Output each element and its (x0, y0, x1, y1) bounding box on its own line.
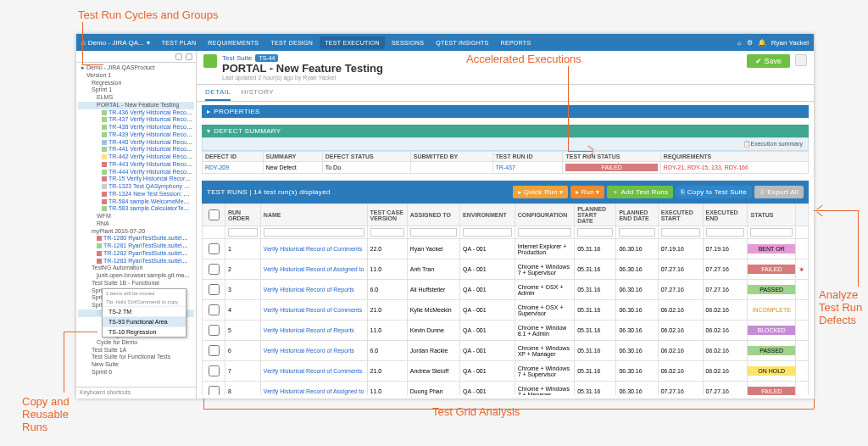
filter-input[interactable] (661, 228, 700, 237)
bell-icon[interactable]: 🔔 (758, 39, 766, 47)
tree-item[interactable]: Test Suite 1B - Functional (78, 280, 194, 287)
tab-history[interactable]: HISTORY (241, 85, 274, 101)
tree-item[interactable]: TR-1323 Test QASymphony Request D (78, 183, 194, 191)
properties-header[interactable]: ▸ PROPERTIES (202, 105, 809, 118)
filter-input[interactable] (577, 228, 613, 237)
tree-item[interactable]: TR-1324 New Test Session: QASymph (78, 191, 194, 198)
filter-input[interactable] (750, 228, 792, 237)
grid-col[interactable]: EXECUTED START (658, 204, 703, 226)
run-button[interactable]: ▸ Run ▾ (570, 186, 604, 198)
filter-input[interactable] (370, 228, 404, 237)
grid-col[interactable]: RUN ORDER (225, 204, 261, 226)
nav-test-plan[interactable]: TEST PLAN (157, 36, 202, 49)
tree-item[interactable]: Test Suite 1A (78, 347, 194, 354)
grid-col[interactable]: PLANNED START DATE (575, 204, 616, 226)
tree-item[interactable]: TR-444 Verify Historical Record of Re (78, 169, 194, 176)
tree-item[interactable]: Regression (78, 80, 194, 87)
tree-item[interactable]: RNA (78, 220, 194, 228)
row-check[interactable] (209, 365, 220, 376)
grid-row[interactable]: 3Verify Historical Record of Reports6.0A… (203, 280, 809, 300)
popup-item[interactable]: TS-93 Functional Area (103, 316, 186, 326)
refresh-icon[interactable] (186, 53, 192, 60)
export-button[interactable]: ⇩ Export All (754, 186, 804, 198)
defect-summary-header[interactable]: ▾ DEFECT SUMMARY (202, 125, 809, 137)
tree-item[interactable]: TR-583 sample.CalculatorTestSucces (78, 205, 194, 213)
nav-qtest-insights[interactable]: QTEST INSIGHTS (431, 36, 493, 49)
tree-item[interactable]: TR-440 Verify Historical Record of Re (78, 139, 194, 147)
grid-col[interactable]: TEST CASE VERSION (367, 204, 407, 226)
plus-icon[interactable] (175, 53, 182, 60)
tree-item[interactable]: TR-443 Verify Historical Record of As (78, 161, 194, 169)
grid-col[interactable]: PLANNED END DATE (616, 204, 658, 226)
row-check[interactable] (209, 284, 220, 295)
row-check[interactable] (209, 304, 220, 315)
crumb-path[interactable]: Test Suite (222, 54, 252, 62)
tree-item[interactable]: Sprint 1 (78, 86, 194, 94)
grid-row[interactable]: 4Verify Historical Record of Comments21.… (203, 300, 809, 321)
row-check[interactable] (209, 243, 220, 254)
nav-reports[interactable]: REPORTS (496, 36, 537, 49)
grid-row[interactable]: 5Verify Historical Record of Reports11.0… (203, 321, 809, 341)
tree-item[interactable]: Test Suite for Functional Tests (78, 354, 194, 361)
tree-item[interactable]: TR-1280 RyanTestSuite.suite\Untitled (78, 235, 194, 243)
filter-input[interactable] (410, 228, 457, 237)
tree-item[interactable]: TR-438 Verify Historical Record of Re (78, 124, 194, 131)
tree-item[interactable]: PORTAL - New Feature Testing (78, 102, 194, 109)
grid-col[interactable]: CONFIGURATION (515, 204, 575, 226)
popup-item[interactable]: TS-10 Regression (103, 326, 186, 337)
search-icon[interactable]: ⌕ (737, 39, 742, 47)
gear-icon[interactable]: ⚙ (747, 39, 753, 47)
grid-col[interactable]: ASSIGNED TO (407, 204, 459, 226)
tree-item[interactable]: TR-437 Verify Historical Record of As (78, 116, 194, 124)
popup-item[interactable]: TS-2 TM (103, 306, 186, 316)
project-selector[interactable]: ⌂ Demo - JIRA QA... ▾ (81, 39, 150, 47)
test-runs-grid[interactable]: RUN ORDERNAMETEST CASE VERSIONASSIGNED T… (202, 203, 809, 395)
more-button[interactable] (795, 54, 807, 66)
tree-item[interactable]: TR-15 Verify Historical Record of Ass (78, 176, 194, 183)
tree-item[interactable]: junit-open-browser.sample.git.maven-t (78, 272, 194, 280)
nav-sessions[interactable]: SESSIONS (387, 36, 429, 49)
filter-input[interactable] (228, 228, 258, 237)
select-all[interactable] (203, 204, 225, 226)
grid-row[interactable]: 7Verify Historical Record of Comments21.… (203, 361, 809, 382)
grid-col[interactable]: EXECUTED END (703, 204, 748, 226)
tree-item[interactable]: Version 1 (78, 72, 194, 80)
tree-item[interactable]: Sprint 6 (78, 369, 194, 376)
tab-detail[interactable]: DETAIL (205, 85, 231, 101)
add-test-runs-button[interactable]: ＋ Add Test Runs (607, 186, 673, 198)
row-check[interactable] (209, 264, 220, 275)
quick-run-button[interactable]: ▸ Quick Run ▾ (513, 186, 568, 198)
tree-item[interactable]: TR-441 Verify Historical Record of Re (78, 146, 194, 153)
tree-item[interactable]: TestNG Automation (78, 265, 194, 272)
tree-item[interactable]: TR-439 Verify Historical Record of Co (78, 131, 194, 139)
grid-row[interactable]: 1Verify Historical Record of Comments22.… (203, 239, 809, 259)
copy-to-suite-button[interactable]: ⎘ Copy to Test Suite (676, 186, 752, 198)
tree-item[interactable]: WFM (78, 213, 194, 220)
tree-item[interactable]: ELMS (78, 94, 194, 102)
filter-input[interactable] (463, 228, 512, 237)
row-check[interactable] (209, 325, 220, 336)
tree-item[interactable]: Cycle for Demo (78, 339, 194, 347)
grid-row[interactable]: 2Verify Historical Record of Assigned to… (203, 259, 809, 280)
tree-item[interactable]: TR-1282 RyanTestSuite.suite\RyanSa (78, 250, 194, 258)
tree-item[interactable]: TR-436 Verify Historical Record of As (78, 109, 194, 117)
nav-requirements[interactable]: REQUIREMENTS (203, 36, 264, 49)
grid-col[interactable] (795, 204, 808, 226)
tree-root[interactable]: ▸ Demo - JIRA QASProduct (78, 64, 194, 72)
tree-item[interactable]: TR-442 Verify Historical Record of Co (78, 153, 194, 161)
filter-input[interactable] (706, 228, 745, 237)
tree-item[interactable]: TR-1281 RyanTestSuite.suite\RyanSa (78, 243, 194, 250)
current-user[interactable]: Ryan Yackel (771, 39, 809, 47)
defect-row[interactable]: RDY-209New DefectTo DoTR-437FAILEDRDY-21… (203, 162, 809, 174)
nav-test-execution[interactable]: TEST EXECUTION (320, 36, 385, 49)
exec-summary-hint[interactable]: 📋 Execution summary (202, 137, 809, 151)
grid-row[interactable]: 6Verify Historical Record of Reports6.0J… (203, 341, 809, 361)
filter-input[interactable] (264, 228, 364, 237)
filter-input[interactable] (619, 228, 654, 237)
grid-col[interactable]: STATUS (748, 204, 795, 226)
tree-item[interactable]: TR-584 sample.WelcomeMessageTest (78, 198, 194, 206)
row-check[interactable] (209, 386, 220, 395)
keyboard-shortcuts[interactable]: Keyboard shortcuts (76, 387, 196, 399)
save-button[interactable]: ✔ Save (747, 54, 790, 68)
grid-col[interactable]: NAME (260, 204, 367, 226)
